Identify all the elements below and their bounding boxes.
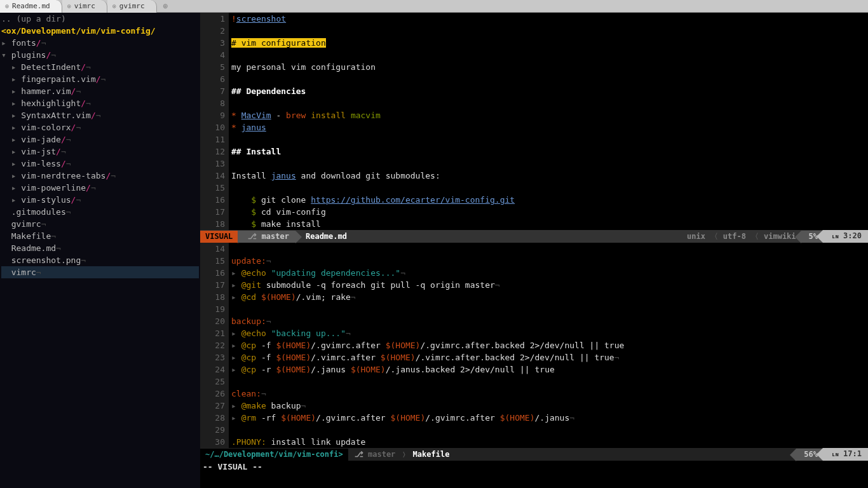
file-screenshot.png[interactable]: screenshot.png¬: [1, 254, 199, 266]
statusline-top: VISUAL ⎇ master Readme.md unix 〈 utf-8 〈…: [200, 230, 868, 243]
line-number: 5: [200, 61, 225, 73]
code-line[interactable]: * MacVim - brew install macvim: [231, 109, 868, 121]
code-line[interactable]: update:¬: [231, 255, 868, 267]
line-number: 18: [200, 218, 225, 230]
code-line[interactable]: my personal vim configuration: [231, 61, 868, 73]
code-line[interactable]: ▸ @cp -r $(HOME)/.janus $(HOME)/.janus.b…: [231, 363, 868, 376]
editor-area: 123456789101112131415161718 !screenshot …: [200, 13, 868, 488]
cwd-path: ~/…/Development/vim/vim-confi: [205, 450, 339, 459]
tab-readme-md[interactable]: ⊗Readme.md: [0, 0, 62, 13]
code-line[interactable]: [231, 97, 868, 109]
code-line[interactable]: ▸ @rm -rf $(HOME)/.gvimrc.after $(HOME)/…: [231, 412, 868, 424]
line-number: 3: [200, 37, 225, 49]
line-number: 29: [200, 424, 225, 436]
fileformat: unix: [682, 231, 710, 243]
dir-vim-nerdtree-tabs[interactable]: ▸ vim-nerdtree-tabs/¬: [1, 170, 199, 182]
new-tab-button[interactable]: ⊕: [157, 0, 175, 12]
code-line[interactable]: [231, 376, 868, 388]
tab-bar: ⊗Readme.md⊗vimrc⊗gvimrc⊕: [0, 0, 868, 13]
line-number: 10: [200, 121, 225, 133]
dir-syntaxattr.vim[interactable]: ▸ SyntaxAttr.vim/¬: [1, 109, 199, 121]
up-dir[interactable]: .. (up a dir): [1, 13, 199, 25]
line-number: 22: [200, 339, 225, 351]
code-line[interactable]: [231, 424, 868, 436]
file-vimrc[interactable]: vimrc¬: [1, 266, 199, 278]
code-line[interactable]: [231, 158, 868, 170]
code-line[interactable]: ▸ @echo "updating dependencies..."¬: [231, 267, 868, 279]
file-.gitmodules[interactable]: .gitmodules¬: [1, 206, 199, 218]
code-line[interactable]: # vim configuration: [231, 37, 868, 49]
file-gvimrc[interactable]: gvimrc¬: [1, 218, 199, 230]
code-line[interactable]: [231, 133, 868, 146]
tab-gvimrc[interactable]: ⊗gvimrc: [107, 0, 157, 13]
line-number: 1: [200, 13, 225, 25]
code-line[interactable]: ▸ @make backup¬: [231, 400, 868, 412]
line-number: 24: [200, 363, 225, 376]
line-number: 28: [200, 412, 225, 424]
code-line[interactable]: ▸ @cp -f $(HOME)/.vimrc.after $(HOME)/.v…: [231, 351, 868, 363]
line-number: 16: [200, 267, 225, 279]
close-icon[interactable]: ⊗: [67, 0, 71, 12]
code-line[interactable]: ▸ @echo "backing up..."¬: [231, 327, 868, 339]
close-icon[interactable]: ⊗: [5, 0, 9, 12]
line-number: 12: [200, 146, 225, 158]
dir-hammer.vim[interactable]: ▸ hammer.vim/¬: [1, 85, 199, 97]
code-line[interactable]: ## Dependencies: [231, 85, 868, 97]
line-number: 26: [200, 388, 225, 400]
line-number: 17: [200, 206, 225, 218]
line-number: 23: [200, 351, 225, 363]
close-icon[interactable]: ⊗: [112, 0, 116, 12]
code-line[interactable]: ▸ @git submodule -q foreach git pull -q …: [231, 279, 868, 291]
code-line[interactable]: $ git clone https://github.com/ecarter/v…: [231, 194, 868, 206]
code-line[interactable]: !screenshot: [231, 13, 868, 25]
filename-segment: Makefile: [407, 449, 456, 461]
content[interactable]: !screenshot # vim configuration my perso…: [229, 13, 868, 230]
code-line[interactable]: [231, 182, 868, 194]
code-line[interactable]: Install janus and download git submodule…: [231, 170, 868, 182]
code-line[interactable]: ▸ @cp -f $(HOME)/.gvimrc.after $(HOME)/.…: [231, 339, 868, 351]
file-readme.md[interactable]: Readme.md¬: [1, 242, 199, 254]
code-line[interactable]: ## Install: [231, 146, 868, 158]
dir-fonts[interactable]: ▸ fonts/¬: [1, 37, 199, 49]
file-makefile[interactable]: Makefile¬: [1, 230, 199, 242]
line-number: 15: [200, 182, 225, 194]
dir-hexhighlight[interactable]: ▸ hexhighlight/¬: [1, 97, 199, 109]
line-number: 27: [200, 400, 225, 412]
code-line[interactable]: [231, 73, 868, 85]
dir-vim-jade[interactable]: ▸ vim-jade/¬: [1, 133, 199, 146]
line-number: 14: [200, 170, 225, 182]
code-line[interactable]: .PHONY: install link update: [231, 436, 868, 448]
code-line[interactable]: clean:¬: [231, 388, 868, 400]
dir-vim-less[interactable]: ▸ vim-less/¬: [1, 158, 199, 170]
line-number: 8: [200, 97, 225, 109]
line-number: 17: [200, 279, 225, 291]
dir-vim-jst[interactable]: ▸ vim-jst/¬: [1, 146, 199, 158]
dir-vim-stylus[interactable]: ▸ vim-stylus/¬: [1, 194, 199, 206]
code-line[interactable]: [231, 49, 868, 61]
branch-name: master: [262, 232, 289, 241]
code-line[interactable]: [231, 243, 868, 255]
position: ʟɴ 3:20: [823, 230, 868, 243]
content[interactable]: update:¬▸ @echo "updating dependencies..…: [229, 243, 868, 448]
code-line[interactable]: * janus: [231, 121, 868, 133]
tab-vimrc[interactable]: ⊗vimrc: [62, 0, 107, 13]
dir-fingerpaint.vim[interactable]: ▸ fingerpaint.vim/¬: [1, 73, 199, 85]
dir-vim-powerline[interactable]: ▸ vim-powerline/¬: [1, 182, 199, 194]
code-line[interactable]: [231, 303, 868, 315]
readme-buffer[interactable]: 123456789101112131415161718 !screenshot …: [200, 13, 868, 230]
code-line[interactable]: $ cd vim-config: [231, 206, 868, 218]
main-area: .. (up a dir) <ox/Development/vim/vim-co…: [0, 13, 868, 488]
dir-vim-colorx[interactable]: ▸ vim-colorx/¬: [1, 121, 199, 133]
dir-plugins[interactable]: ▾ plugins/¬: [1, 49, 199, 61]
line-col: 3:20: [843, 231, 862, 240]
dir-detectindent[interactable]: ▸ DetectIndent/¬: [1, 61, 199, 73]
code-line[interactable]: [231, 25, 868, 37]
code-line[interactable]: ▸ @cd $(HOME)/.vim; rake¬: [231, 291, 868, 303]
file-tree: ▸ fonts/¬▾ plugins/¬ ▸ DetectIndent/¬ ▸ …: [1, 37, 199, 278]
makefile-buffer[interactable]: 1415161718192021222324252627282930 updat…: [200, 243, 868, 448]
tab-label: gvimrc: [119, 0, 145, 12]
nerdtree-sidebar[interactable]: .. (up a dir) <ox/Development/vim/vim-co…: [0, 13, 200, 488]
code-line[interactable]: $ make install: [231, 218, 868, 230]
line-number: 18: [200, 291, 225, 303]
code-line[interactable]: backup:¬: [231, 315, 868, 327]
